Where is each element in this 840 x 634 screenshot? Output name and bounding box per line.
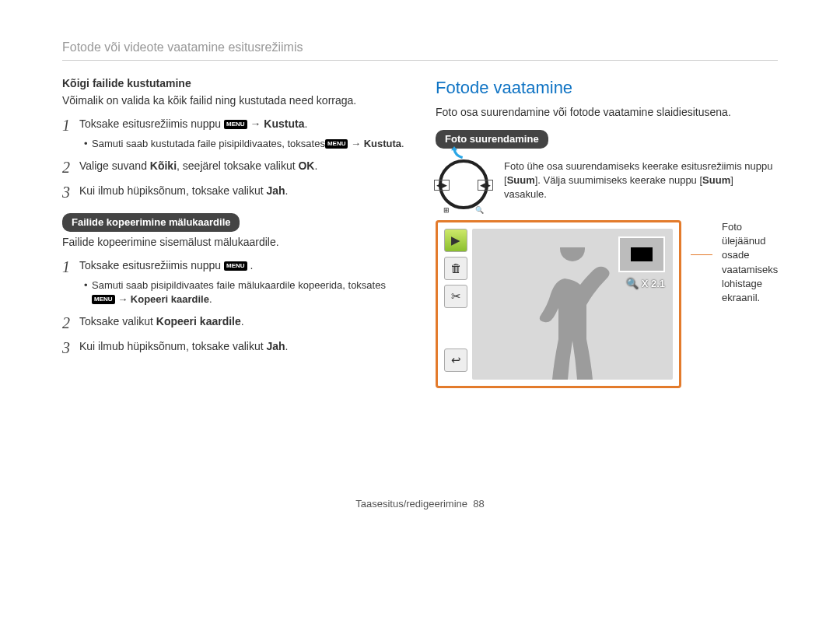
delete-step-1: 1 Toksake esitusrežiimis nuppu MENU → Ku… <box>62 117 404 134</box>
photo-area: 🔍 X 2.1 <box>472 229 673 380</box>
delete-step-3: 3 Kui ilmub hüpiksõnum, toksake valikut … <box>62 184 404 201</box>
step-number: 1 <box>62 258 79 275</box>
photos-heading: Fotode vaatamine <box>436 76 778 100</box>
step-number: 1 <box>62 117 79 134</box>
callout-connector <box>691 254 712 255</box>
photos-intro: Foto osa suurendamine või fotode vaatami… <box>436 105 778 121</box>
step-text: Toksake esitusrežiimis nuppu MENU → Kust… <box>79 117 404 132</box>
copy-step-1: 1 Toksake esitusrežiimis nuppu MENU . <box>62 258 404 275</box>
ok-icon: OK <box>298 159 314 172</box>
copy-step-2: 2 Toksake valikut Kopeeri kaardile. <box>62 314 404 331</box>
page-footer: Taasesitus/redigeerimine 88 <box>62 497 778 511</box>
child-silhouette-icon <box>518 247 627 380</box>
zoom-dial-graphic: ◀▶ ◀▶ ⊞ 🔍 <box>436 159 490 209</box>
screen-figure: ▶ 🗑 ✂ ↩ 🔍 X 2.1 <box>436 220 778 388</box>
right-column: Fotode vaatamine Foto osa suurendamine v… <box>436 76 778 388</box>
delete-step-2: 2 Valige suvand Kõiki, seejärel toksake … <box>62 159 404 176</box>
screen-side-toolbar: ▶ 🗑 ✂ ↩ <box>444 229 467 372</box>
back-icon: ↩ <box>444 349 467 372</box>
menu-icon: MENU <box>224 120 247 129</box>
left-column: Kõigi failide kustutamine Võimalik on va… <box>62 76 404 388</box>
delete-step-1-sub: Samuti saab kustutada faile pisipildivaa… <box>84 137 404 151</box>
zoom-level-label: 🔍 X 2.1 <box>626 277 665 291</box>
toolbar-gap <box>444 313 466 344</box>
copy-step-1-sub: Samuti saab pisipildivaates faile mäluka… <box>84 278 404 306</box>
step-text: Kui ilmub hüpiksõnum, toksake valikut Ja… <box>79 184 404 199</box>
step-number: 2 <box>62 314 79 331</box>
nav-icon: ◀▶ <box>434 180 450 191</box>
zoom-instruction: ◀▶ ◀▶ ⊞ 🔍 Foto ühe osa suurendamiseks ke… <box>436 159 778 209</box>
menu-icon: MENU <box>325 139 348 149</box>
step-number: 3 <box>62 184 79 201</box>
menu-icon: MENU <box>92 295 115 304</box>
delete-all-paragraph: Võimalik on valida ka kõik failid ning k… <box>62 93 404 109</box>
step-text: Toksake esitusrežiimis nuppu MENU . <box>79 258 404 274</box>
delete-all-heading: Kõigi failide kustutamine <box>62 76 404 92</box>
nav-icon: ◀▶ <box>478 180 493 191</box>
page-header: Fotode või videote vaatamine esitusrežii… <box>62 39 778 61</box>
copy-paragraph: Failide kopeerimine sisemälust mälukaard… <box>62 235 404 250</box>
scissors-icon: ✂ <box>444 285 467 308</box>
copy-step-3: 3 Kui ilmub hüpiksõnum, toksake valikut … <box>62 339 404 356</box>
magnify-icon: 🔍 <box>475 205 484 215</box>
copy-files-heading-pill: Failide kopeerimine mälukaardile <box>62 213 240 232</box>
play-icon: ▶ <box>444 229 467 252</box>
menu-icon: MENU <box>224 261 247 271</box>
step-number: 3 <box>62 339 79 356</box>
step-text: Valige suvand Kõiki, seejärel toksake va… <box>79 159 404 174</box>
thumbnail-callout: Foto ülejäänud osade vaatamiseks lohista… <box>722 220 778 305</box>
step-number: 2 <box>62 159 79 176</box>
step-text: Toksake valikut Kopeeri kaardile. <box>79 314 404 330</box>
zoom-instruction-text: Foto ühe osa suurendamiseks keerake esit… <box>504 159 778 202</box>
grid-icon: ⊞ <box>443 205 450 215</box>
trash-icon: 🗑 <box>444 257 467 280</box>
camera-screen: ▶ 🗑 ✂ ↩ 🔍 X 2.1 <box>436 220 681 388</box>
step-text: Kui ilmub hüpiksõnum, toksake valikut Ja… <box>79 339 404 355</box>
